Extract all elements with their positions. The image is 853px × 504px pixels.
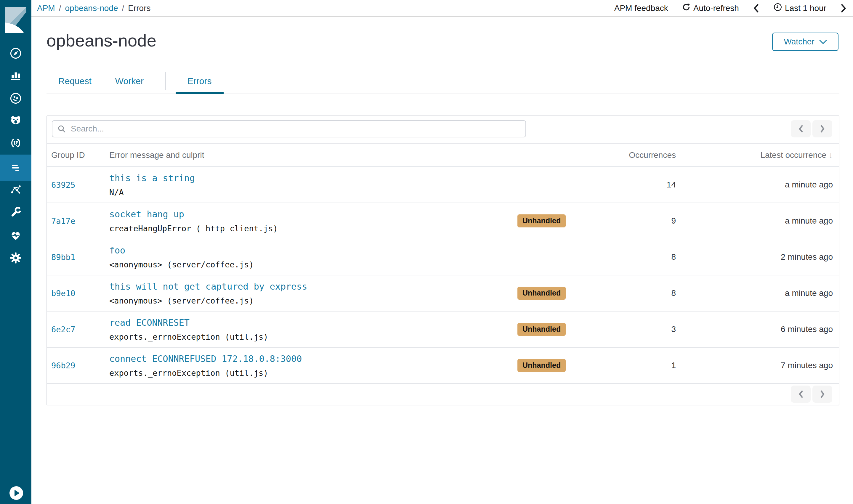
error-culprit: <anonymous> (server/coffee.js) [109,296,254,305]
service-tabs: Request Worker Errors [47,69,839,94]
main-content: opbeans-node Watcher Request Worker Erro… [31,17,853,504]
unhandled-badge: Unhandled [517,214,566,228]
pagination-next-button[interactable] [813,120,832,138]
sidebar [0,0,31,504]
error-message-link[interactable]: socket hang up [109,209,184,219]
time-forward-button[interactable] [840,4,847,13]
error-culprit: createHangUpError (_http_client.js) [109,224,278,233]
error-group-id-link[interactable]: 96b29 [51,361,109,370]
sidebar-item-monitoring[interactable] [0,224,31,247]
auto-refresh-button[interactable]: Auto-refresh [682,3,739,14]
sidebar-item-machine-learning[interactable] [0,178,31,201]
table-toolbar [47,116,839,144]
error-culprit: exports._errnoException (util.js) [109,368,268,378]
compass-icon [9,47,22,60]
error-message-link[interactable]: this will not get captured by express [109,281,307,292]
pagination-prev-button[interactable] [791,120,811,138]
table-header: Group ID Error message and culprit Occur… [47,144,839,167]
latest-occurrence-value: 2 minutes ago [676,252,833,262]
tab-request[interactable]: Request [47,69,103,94]
time-back-button[interactable] [752,4,760,13]
breadcrumb-service[interactable]: opbeans-node [65,3,118,13]
sidebar-collapse-button[interactable] [10,486,23,500]
apm-feedback-link[interactable]: APM feedback [614,3,668,13]
kibana-logo[interactable] [5,7,26,33]
latest-occurrence-value: a minute ago [676,180,833,190]
unhandled-badge: Unhandled [517,323,566,336]
pagination-next-button[interactable] [813,385,832,403]
page-title: opbeans-node [47,31,156,50]
heartbeat-icon [9,229,22,242]
occurrences-value: 8 [580,288,676,298]
column-header-group-id: Group ID [51,150,109,160]
search-input[interactable] [52,120,526,138]
breadcrumb: APM / opbeans-node / Errors [37,3,151,13]
apm-streams-icon [9,161,22,174]
sidebar-item-dashboard[interactable] [0,87,31,110]
errors-panel: Group ID Error message and culprit Occur… [47,115,839,406]
graph-nodes-icon [9,183,22,196]
gear-icon [9,251,22,265]
sidebar-item-discover[interactable] [0,42,31,65]
sort-down-icon: ↓ [829,150,833,160]
occurrences-value: 3 [580,325,676,334]
globe-dots-icon [9,92,22,105]
latest-occurrence-value: a minute ago [676,288,833,298]
error-message-link[interactable]: foo [109,245,125,255]
error-group-id-link[interactable]: 63925 [51,180,109,190]
error-group-id-link[interactable]: b9e10 [51,289,109,298]
chevron-down-icon [819,37,827,47]
column-header-occurrences[interactable]: Occurrences [580,150,676,160]
table-row: b9e10 this will not get captured by expr… [47,275,839,311]
table-row: 96b29 connect ECONNREFUSED 172.18.0.8:30… [47,348,839,384]
sidebar-item-code[interactable] [0,132,31,154]
error-group-id-link[interactable]: 6e2c7 [51,325,109,334]
top-bar: APM / opbeans-node / Errors APM feedback… [31,0,853,17]
sidebar-item-management[interactable] [0,247,31,269]
table-row: 6e2c7 read ECONNRESET exports._errnoExce… [47,311,839,348]
latest-occurrence-value: a minute ago [676,216,833,226]
error-message-link[interactable]: read ECONNRESET [109,318,190,328]
sidebar-item-visualize[interactable] [0,64,31,87]
error-culprit: <anonymous> (server/coffee.js) [109,260,254,269]
play-icon [15,490,20,496]
table-row: 63925 this is a string N/A 14 a minute a… [47,167,839,203]
error-culprit: exports._errnoException (util.js) [109,332,268,341]
error-group-id-link[interactable]: 7a17e [51,216,109,226]
tab-errors[interactable]: Errors [176,69,224,94]
occurrences-value: 1 [580,361,676,370]
sidebar-item-dev-tools[interactable] [0,201,31,223]
tab-worker[interactable]: Worker [103,69,156,94]
occurrences-value: 14 [580,180,676,190]
column-header-latest-occurrence[interactable]: Latest occurrence↓ [676,150,833,160]
pagination-prev-button[interactable] [791,385,811,403]
breadcrumb-separator: / [59,3,61,13]
unhandled-badge: Unhandled [517,359,566,372]
latest-occurrence-value: 7 minutes ago [676,361,833,370]
breadcrumb-apm[interactable]: APM [37,3,55,13]
clock-icon [773,3,782,14]
breadcrumb-separator: / [122,3,124,13]
code-app-icon [9,137,22,149]
latest-occurrence-value: 6 minutes ago [676,325,833,334]
refresh-icon [682,3,691,14]
watcher-dropdown-button[interactable]: Watcher [772,33,838,51]
pagination-top [791,120,832,138]
occurrences-value: 9 [580,216,676,226]
error-culprit: N/A [109,188,124,197]
error-message-link[interactable]: this is a string [109,173,195,183]
table-row: 89bb1 foo <anonymous> (server/coffee.js)… [47,239,839,275]
search-icon [57,124,67,135]
table-row: 7a17e socket hang up createHangUpError (… [47,203,839,239]
time-range-picker[interactable]: Last 1 hour [773,3,827,14]
table-footer [47,384,839,405]
breadcrumb-current: Errors [128,3,150,13]
error-message-link[interactable]: connect ECONNREFUSED 172.18.0.8:3000 [109,354,302,364]
sidebar-item-apm[interactable] [0,155,31,181]
sidebar-item-canvas[interactable] [0,109,31,131]
wrench-icon [9,206,22,219]
occurrences-value: 8 [580,252,676,262]
bar-chart-icon [9,69,22,82]
bear-face-icon [9,114,22,127]
error-group-id-link[interactable]: 89bb1 [51,253,109,262]
